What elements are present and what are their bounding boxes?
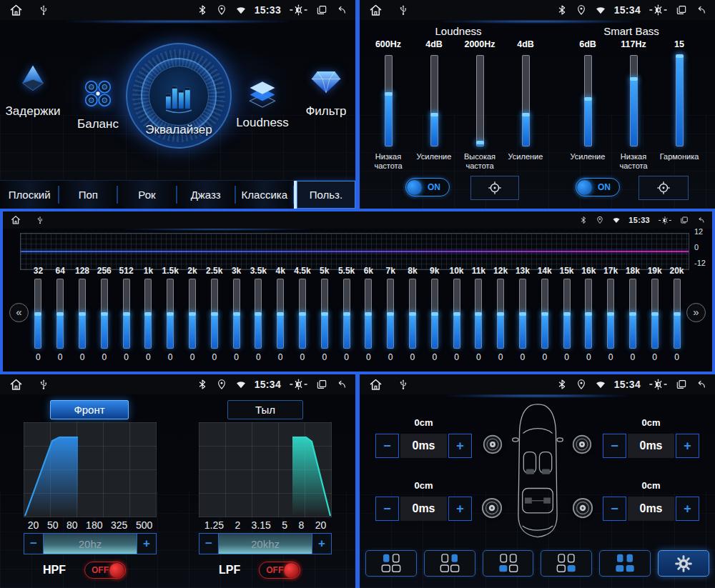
back-icon[interactable] bbox=[335, 4, 347, 16]
eq-band: 15k0 bbox=[556, 266, 578, 362]
hpf-plus-button[interactable]: + bbox=[137, 533, 157, 554]
home-icon[interactable] bbox=[368, 3, 383, 18]
vertical-slider[interactable] bbox=[476, 55, 484, 146]
hpf-minus-button[interactable]: − bbox=[24, 533, 44, 554]
menu-item-delays[interactable]: Задержки bbox=[4, 63, 62, 119]
preset-rock[interactable]: Рок bbox=[117, 181, 176, 209]
delay-minus-button[interactable]: − bbox=[375, 434, 399, 458]
back-icon[interactable] bbox=[695, 379, 706, 390]
band-slider[interactable] bbox=[299, 279, 306, 349]
band-slider[interactable] bbox=[365, 279, 372, 349]
band-slider[interactable] bbox=[409, 279, 416, 349]
band-slider[interactable] bbox=[629, 279, 636, 349]
band-slider[interactable] bbox=[255, 279, 262, 349]
home-icon[interactable] bbox=[10, 214, 21, 226]
delay-plus-button[interactable]: + bbox=[448, 434, 472, 458]
band-slider[interactable] bbox=[56, 279, 64, 349]
delay-minus-button[interactable]: − bbox=[603, 434, 626, 458]
vertical-slider[interactable] bbox=[430, 55, 438, 146]
band-slider[interactable] bbox=[431, 279, 438, 349]
preset-classic[interactable]: Классика bbox=[235, 181, 294, 209]
band-slider[interactable] bbox=[79, 279, 86, 349]
preset-jazz[interactable]: Джазз bbox=[177, 181, 235, 209]
menu-item-loudness[interactable]: Loudness bbox=[233, 74, 292, 130]
band-slider[interactable] bbox=[674, 279, 681, 349]
brightness-icon[interactable] bbox=[289, 378, 308, 391]
next-page-button[interactable]: » bbox=[686, 303, 706, 322]
vertical-slider[interactable] bbox=[522, 55, 530, 146]
brightness-icon[interactable] bbox=[658, 216, 672, 225]
tab-rear[interactable]: Тыл bbox=[227, 400, 303, 419]
band-slider[interactable] bbox=[277, 279, 284, 349]
delay-minus-button[interactable]: − bbox=[603, 497, 626, 521]
listening-position-front-right-button[interactable] bbox=[424, 550, 475, 577]
back-icon[interactable] bbox=[695, 4, 706, 16]
vertical-slider[interactable] bbox=[676, 55, 684, 146]
delay-plus-button[interactable]: + bbox=[676, 434, 699, 458]
band-slider[interactable] bbox=[563, 279, 571, 349]
vertical-slider[interactable] bbox=[385, 55, 393, 146]
delay-plus-button[interactable]: + bbox=[676, 497, 699, 521]
band-slider[interactable] bbox=[144, 279, 152, 349]
band-slider[interactable] bbox=[497, 279, 504, 349]
band-slider[interactable] bbox=[475, 279, 482, 349]
band-slider[interactable] bbox=[211, 279, 218, 349]
preset-pop[interactable]: Поп bbox=[59, 181, 117, 209]
recent-apps-icon[interactable] bbox=[676, 4, 687, 16]
menu-item-filter[interactable]: Фильтр bbox=[297, 64, 355, 119]
menu-item-equalizer[interactable]: Эквалайзер bbox=[126, 43, 232, 149]
back-icon[interactable] bbox=[335, 379, 347, 390]
smart-bass-reset-button[interactable] bbox=[638, 176, 689, 200]
hpf-frequency-value[interactable]: 20hz bbox=[44, 533, 137, 554]
tab-front[interactable]: Фронт bbox=[50, 400, 129, 419]
listening-position-settings-button[interactable] bbox=[658, 550, 709, 577]
band-slider[interactable] bbox=[189, 279, 196, 349]
recent-apps-icon[interactable] bbox=[316, 379, 327, 390]
band-slider[interactable] bbox=[101, 279, 108, 349]
loudness-toggle[interactable]: ON bbox=[405, 178, 450, 196]
lpf-plus-button[interactable]: + bbox=[312, 533, 332, 554]
vertical-slider[interactable] bbox=[630, 55, 638, 146]
vertical-slider[interactable] bbox=[584, 55, 592, 146]
band-slider[interactable] bbox=[167, 279, 174, 349]
band-slider[interactable] bbox=[343, 279, 350, 349]
band-slider[interactable] bbox=[123, 279, 130, 349]
recent-apps-icon[interactable] bbox=[316, 4, 327, 16]
delay-minus-button[interactable]: − bbox=[375, 497, 399, 521]
loudness-reset-button[interactable] bbox=[470, 176, 519, 200]
band-slider[interactable] bbox=[541, 279, 548, 349]
smart-bass-toggle[interactable]: ON bbox=[576, 178, 620, 196]
listening-position-rear-right-button[interactable] bbox=[541, 550, 592, 577]
delay-plus-button[interactable]: + bbox=[448, 497, 472, 521]
listening-position-front-left-button[interactable] bbox=[365, 550, 417, 577]
preset-flat[interactable]: Плоский bbox=[0, 181, 59, 209]
band-slider[interactable] bbox=[233, 279, 240, 349]
back-icon[interactable] bbox=[696, 216, 705, 224]
menu-item-balance[interactable]: Баланс bbox=[69, 74, 127, 131]
band-slider[interactable] bbox=[453, 279, 460, 349]
band-slider[interactable] bbox=[651, 279, 659, 349]
band-slider[interactable] bbox=[519, 279, 526, 349]
brightness-icon[interactable] bbox=[289, 4, 308, 16]
prev-page-button[interactable]: « bbox=[9, 303, 29, 322]
band-slider[interactable] bbox=[585, 279, 592, 349]
listening-position-rear-left-button[interactable] bbox=[483, 550, 534, 577]
lpf-toggle[interactable]: OFF bbox=[259, 562, 300, 579]
brightness-icon[interactable] bbox=[649, 4, 668, 16]
lpf-minus-button[interactable]: − bbox=[199, 533, 219, 554]
home-icon[interactable] bbox=[368, 377, 383, 392]
lpf-frequency-value[interactable]: 20khz bbox=[219, 533, 312, 554]
home-icon[interactable] bbox=[9, 3, 24, 18]
band-slider[interactable] bbox=[387, 279, 394, 349]
brightness-icon[interactable] bbox=[649, 378, 668, 391]
recent-apps-icon[interactable] bbox=[680, 216, 689, 224]
hpf-toggle[interactable]: OFF bbox=[84, 562, 126, 579]
preset-custom[interactable]: Польз. bbox=[294, 181, 355, 209]
band-slider[interactable] bbox=[607, 279, 614, 349]
band-slider[interactable] bbox=[34, 279, 41, 349]
band-slider[interactable] bbox=[321, 279, 328, 349]
eq-band: 14k0 bbox=[533, 266, 556, 362]
listening-position-all-button[interactable] bbox=[599, 550, 651, 577]
recent-apps-icon[interactable] bbox=[676, 379, 687, 390]
home-icon[interactable] bbox=[9, 377, 24, 392]
